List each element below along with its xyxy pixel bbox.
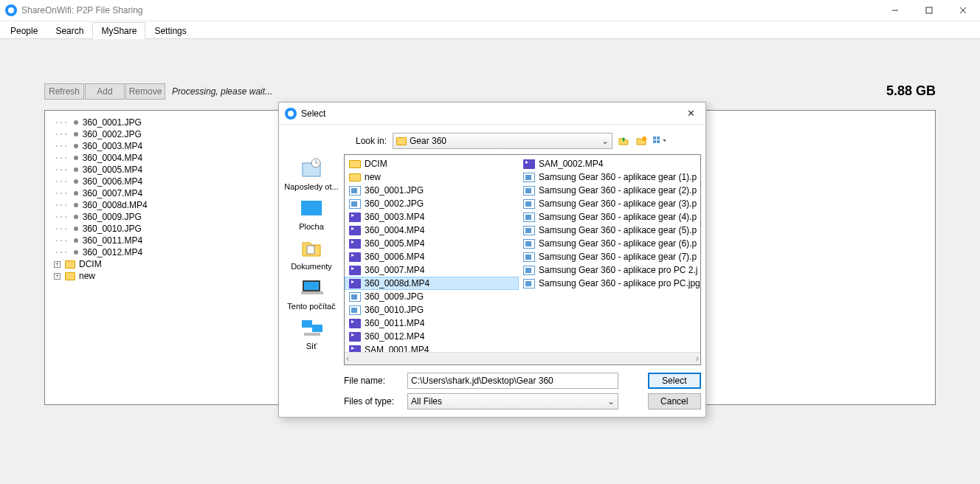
folder-icon bbox=[349, 173, 361, 182]
maximize-button[interactable] bbox=[912, 0, 946, 21]
file-row[interactable]: Samsung Gear 360 - aplikace pro PC.jpg bbox=[519, 277, 700, 290]
file-row[interactable]: 360_0007.MP4 bbox=[345, 263, 519, 277]
tab-people[interactable]: People bbox=[1, 22, 46, 39]
image-icon bbox=[523, 226, 535, 235]
dialog-titlebar: Select ✕ bbox=[279, 103, 705, 125]
folder-icon bbox=[65, 260, 75, 269]
file-row[interactable]: new bbox=[345, 170, 519, 184]
file-row[interactable]: 360_0003.MP4 bbox=[345, 210, 519, 224]
up-folder-button[interactable] bbox=[617, 134, 630, 148]
video-icon bbox=[349, 226, 361, 235]
file-row[interactable]: 360_0011.MP4 bbox=[345, 317, 519, 330]
video-icon bbox=[523, 159, 535, 169]
places-bar: Naposledy ot... Plocha Dokumenty Tento p… bbox=[279, 132, 344, 409]
titlebar: ShareOnWifi: P2P File Sharing bbox=[0, 0, 980, 21]
file-row[interactable]: 360_0006.MP4 bbox=[345, 250, 519, 263]
folder-icon bbox=[65, 272, 75, 280]
file-bullet-icon bbox=[74, 144, 78, 148]
documents-icon bbox=[300, 237, 323, 260]
select-dialog: Select ✕ Naposledy ot... Plocha Dokument… bbox=[278, 102, 706, 418]
svg-rect-13 bbox=[302, 320, 312, 328]
file-bullet-icon bbox=[74, 215, 78, 219]
horizontal-scrollbar[interactable]: ‹› bbox=[345, 352, 700, 364]
close-button[interactable] bbox=[946, 0, 980, 21]
remove-button[interactable]: Remove bbox=[125, 83, 165, 100]
svg-rect-11 bbox=[304, 282, 319, 290]
place-computer[interactable]: Tento počítač bbox=[279, 277, 344, 311]
tab-settings[interactable]: Settings bbox=[145, 22, 195, 39]
file-bullet-icon bbox=[74, 132, 78, 136]
svg-rect-9 bbox=[307, 246, 314, 254]
image-icon bbox=[523, 266, 535, 275]
file-row[interactable]: 360_0004.MP4 bbox=[345, 224, 519, 237]
file-row[interactable]: Samsung Gear 360 - aplikace gear (5).p bbox=[519, 224, 700, 237]
window-controls bbox=[878, 0, 980, 21]
file-row[interactable]: 360_0010.JPG bbox=[345, 303, 519, 317]
image-icon bbox=[523, 212, 535, 222]
expand-icon[interactable]: + bbox=[54, 261, 61, 268]
image-icon bbox=[349, 305, 361, 315]
image-icon bbox=[523, 239, 535, 249]
dialog-title: Select bbox=[301, 108, 325, 119]
file-row[interactable]: Samsung Gear 360 - aplikace gear (1).p bbox=[519, 170, 700, 184]
video-icon bbox=[349, 279, 361, 288]
file-list[interactable]: DCIMnew360_0001.JPG360_0002.JPG360_0003.… bbox=[344, 154, 701, 365]
file-row[interactable]: 360_0002.JPG bbox=[345, 197, 519, 210]
total-size: 5.88 GB bbox=[886, 83, 936, 99]
svg-rect-19 bbox=[653, 140, 656, 143]
file-row[interactable]: DCIM bbox=[345, 157, 519, 170]
file-row[interactable]: Samsung Gear 360 - aplikace gear (6).p bbox=[519, 237, 700, 250]
svg-rect-1 bbox=[926, 7, 932, 13]
folder-icon bbox=[396, 137, 407, 145]
file-row[interactable]: Samsung Gear 360 - aplikace gear (3).p bbox=[519, 197, 700, 210]
image-icon bbox=[523, 252, 535, 262]
svg-rect-12 bbox=[301, 291, 323, 294]
place-documents[interactable]: Dokumenty bbox=[279, 237, 344, 271]
lookin-value: Gear 360 bbox=[410, 136, 446, 146]
file-row[interactable]: Samsung Gear 360 - aplikace pro PC 2.j bbox=[519, 263, 700, 277]
network-icon bbox=[300, 317, 323, 340]
place-network[interactable]: Síť bbox=[279, 317, 344, 350]
computer-icon bbox=[300, 277, 323, 300]
dialog-close-button[interactable]: ✕ bbox=[676, 103, 705, 125]
video-icon bbox=[349, 319, 361, 328]
tab-search[interactable]: Search bbox=[46, 22, 92, 39]
filename-label: File name: bbox=[344, 376, 400, 386]
video-icon bbox=[349, 212, 361, 222]
new-folder-button[interactable] bbox=[635, 134, 648, 148]
file-row[interactable]: 360_0009.JPG bbox=[345, 290, 519, 303]
cancel-button[interactable]: Cancel bbox=[648, 393, 701, 409]
place-recent[interactable]: Naposledy ot... bbox=[279, 157, 344, 191]
image-icon bbox=[349, 292, 361, 302]
file-row[interactable]: 360_0005.MP4 bbox=[345, 237, 519, 250]
filename-input[interactable] bbox=[407, 373, 618, 389]
svg-rect-15 bbox=[304, 333, 320, 336]
video-icon bbox=[349, 332, 361, 342]
filetype-select[interactable]: All Files ⌄ bbox=[407, 393, 618, 409]
image-icon bbox=[523, 199, 535, 209]
tab-myshare[interactable]: MyShare bbox=[92, 22, 145, 39]
file-row[interactable]: Samsung Gear 360 - aplikace gear (7).p bbox=[519, 250, 700, 263]
lookin-combo[interactable]: Gear 360 ⌄ bbox=[393, 133, 612, 149]
place-desktop[interactable]: Plocha bbox=[279, 197, 344, 231]
minimize-button[interactable] bbox=[878, 0, 912, 21]
add-button[interactable]: Add bbox=[85, 83, 125, 100]
recent-icon bbox=[300, 157, 323, 181]
file-row[interactable]: 360_0008d.MP4 bbox=[345, 277, 519, 290]
expand-icon[interactable]: + bbox=[54, 273, 61, 280]
svg-rect-14 bbox=[312, 325, 322, 332]
view-menu-button[interactable] bbox=[652, 134, 666, 148]
file-row[interactable]: SAM_0002.MP4 bbox=[519, 157, 700, 170]
file-row[interactable]: 360_0012.MP4 bbox=[345, 330, 519, 343]
refresh-button[interactable]: Refresh bbox=[44, 83, 84, 100]
svg-rect-8 bbox=[301, 201, 322, 215]
select-button[interactable]: Select bbox=[648, 373, 701, 389]
file-row[interactable]: Samsung Gear 360 - aplikace gear (2).p bbox=[519, 184, 700, 197]
app-icon bbox=[5, 4, 17, 16]
file-row[interactable]: 360_0001.JPG bbox=[345, 184, 519, 197]
video-icon bbox=[349, 239, 361, 249]
file-bullet-icon bbox=[74, 179, 78, 184]
file-row[interactable]: Samsung Gear 360 - aplikace gear (4).p bbox=[519, 210, 700, 224]
image-icon bbox=[523, 279, 535, 288]
svg-rect-17 bbox=[653, 136, 656, 139]
